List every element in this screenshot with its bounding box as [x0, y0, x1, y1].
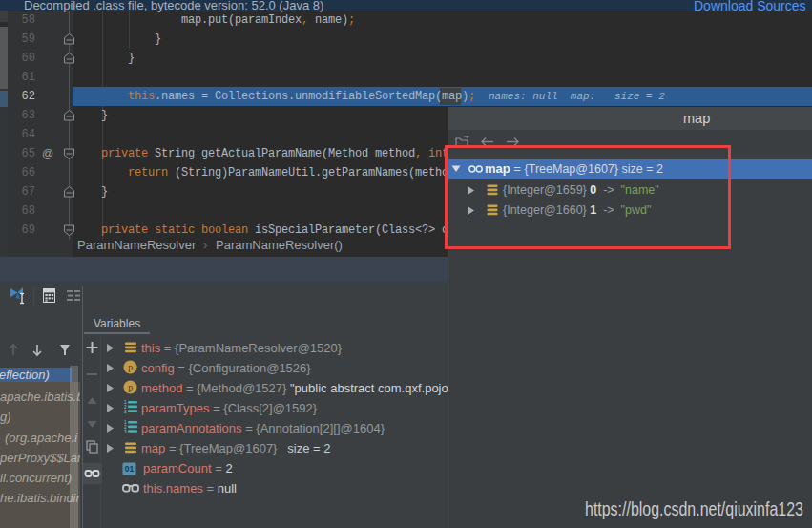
svg-text:p: p — [128, 362, 133, 372]
svg-text:3: 3 — [124, 410, 127, 413]
svg-text:p: p — [128, 382, 133, 392]
svg-text:01: 01 — [125, 464, 135, 474]
svg-text:3: 3 — [124, 430, 127, 433]
